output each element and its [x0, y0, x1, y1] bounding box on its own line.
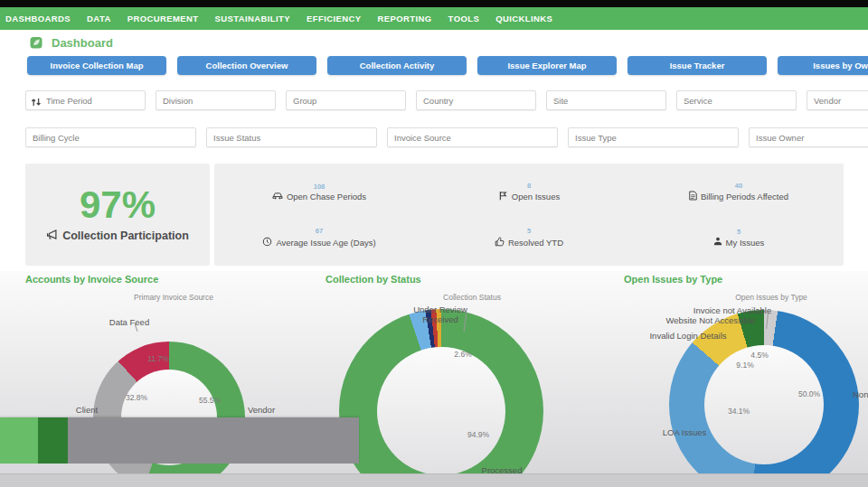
group-filter[interactable] — [286, 90, 406, 110]
slice-label-client: Client — [76, 405, 98, 415]
participation-value: 97% — [80, 186, 156, 224]
chart-open-issues-by-type: Open Issues by Type Open Issues by Type … — [597, 271, 868, 487]
slice-pct-client: 32.8% — [126, 393, 147, 402]
donut-collection-status[interactable] — [339, 309, 543, 487]
kpi-value: 108 — [272, 183, 366, 192]
donut-invoice-source[interactable] — [93, 342, 245, 487]
document-icon — [689, 191, 697, 202]
person-icon — [713, 237, 722, 248]
collection-overview-button[interactable]: Collection Overview — [177, 56, 316, 75]
kpi-resolved-ytd: 5 Resolved YTD — [495, 227, 563, 248]
flag-icon — [498, 191, 508, 202]
kpi-average-issue-age: 67 Average Issue Age (Days) — [262, 227, 375, 248]
chart-title: Collection by Status — [326, 274, 421, 285]
service-filter[interactable] — [676, 90, 797, 110]
chart-subtitle: Open Issues by Type — [735, 293, 807, 302]
issue-explorer-map-button[interactable]: Issue Explorer Map — [477, 56, 617, 75]
kpi-value: 8 — [498, 182, 560, 192]
slice-pct-invalid-login-details: 9.1% — [736, 361, 753, 370]
kpi-label: Average Issue Age (Days) — [276, 238, 375, 248]
dashboard-page: DASHBOARDS DATA PROCUREMENT SUSTAINABILI… — [0, 0, 868, 487]
sort-arrows-icon — [31, 95, 42, 106]
video-progress-bar[interactable] — [0, 417, 359, 464]
letterbox-strip — [0, 0, 868, 7]
slice-label-invoice-not-available: Invoice not Available — [693, 305, 771, 315]
dashboard-tabs: Invoice Collection Map Collection Overvi… — [27, 56, 868, 75]
kpi-value: 67 — [262, 227, 375, 237]
nav-item-dashboards[interactable]: DASHBOARDS — [5, 14, 71, 23]
slice-pct-vendor: 55.5% — [199, 396, 221, 405]
page-header: Dashboard — [0, 30, 868, 55]
slice-pct-website-not-accessible: 4.5% — [750, 351, 768, 360]
slice-label-invalid-login-details: Invalid Login Details — [649, 331, 726, 341]
kpi-label: Open Chase Periods — [287, 192, 366, 201]
main-nav: DASHBOARDS DATA PROCUREMENT SUSTAINABILI… — [0, 7, 868, 30]
filter-row-2 — [25, 127, 868, 147]
participation-label: Collection Participation — [62, 229, 189, 242]
slice-pct-loa-issues: 34.1% — [728, 407, 750, 416]
slice-pct-data-feed: 11.7% — [147, 354, 168, 363]
kpi-value: 5 — [713, 228, 765, 238]
issue-status-filter[interactable] — [206, 127, 377, 147]
megaphone-icon — [46, 229, 59, 243]
issues-by-owner-button[interactable]: Issues by Owner — [778, 56, 868, 75]
chart-title: Accounts by Invoice Source — [25, 274, 158, 285]
progress-played-segment — [0, 417, 38, 464]
issue-type-filter[interactable] — [568, 127, 739, 147]
nav-item-procurement[interactable]: PROCUREMENT — [127, 14, 199, 23]
country-filter[interactable] — [416, 90, 536, 110]
slice-label-non-response: Non R — [853, 389, 868, 399]
slice-label-received: Received — [422, 314, 458, 324]
slice-pct-processed: 94.9% — [467, 430, 489, 439]
slice-label-under-review: Under Review — [413, 304, 467, 314]
leaf-app-icon — [29, 35, 43, 50]
slice-pct-non-response: 50.0% — [798, 389, 820, 398]
chart-title: Open Issues by Type — [624, 274, 722, 285]
kpi-value: 5 — [495, 227, 563, 237]
nav-item-reporting[interactable]: REPORTING — [378, 14, 432, 23]
kpi-label: Billing Periods Affected — [701, 192, 788, 201]
invoice-collection-map-button[interactable]: Invoice Collection Map — [27, 56, 166, 75]
chart-subtitle: Primary Invoice Source — [134, 293, 213, 302]
time-period-filter[interactable] — [25, 90, 146, 110]
kpi-label: Resolved YTD — [508, 238, 563, 248]
car-icon — [272, 192, 283, 201]
collection-participation-card: 97% Collection Participation — [25, 164, 210, 266]
kpi-stats-card: 108 Open Chase Periods 8 Open Issues 40 … — [214, 164, 844, 266]
site-filter[interactable] — [546, 90, 666, 110]
nav-item-sustainability[interactable]: SUSTAINABILITY — [215, 14, 291, 23]
nav-item-data[interactable]: DATA — [87, 14, 111, 23]
kpi-open-chase-periods: 108 Open Chase Periods — [272, 183, 366, 202]
issue-tracker-button[interactable]: Issue Tracker — [627, 56, 767, 75]
clock-icon — [262, 237, 272, 248]
kpi-label: My Issues — [726, 238, 765, 248]
bottom-band — [0, 473, 868, 487]
slice-pct-received: 2.6% — [454, 350, 471, 359]
nav-item-efficiency[interactable]: EFFICIENCY — [307, 14, 361, 23]
billing-cycle-filter[interactable] — [25, 127, 196, 147]
kpi-open-issues: 8 Open Issues — [498, 182, 560, 203]
thumbs-up-icon — [495, 237, 505, 248]
slice-label-loa-issues: LOA Issues — [663, 427, 707, 437]
chart-subtitle: Collection Status — [443, 293, 501, 302]
division-filter[interactable] — [156, 90, 276, 110]
issue-owner-filter[interactable] — [749, 127, 868, 147]
kpi-my-issues: 5 My Issues — [713, 228, 765, 248]
vendor-filter[interactable] — [807, 90, 868, 110]
nav-item-quicklinks[interactable]: QUICKLINKS — [495, 14, 552, 23]
slice-label-vendor: Vendor — [248, 405, 275, 415]
slice-label-data-feed: Data Feed — [109, 317, 149, 327]
kpi-label: Open Issues — [512, 192, 560, 201]
kpi-billing-periods-affected: 40 Billing Periods Affected — [689, 182, 788, 203]
slice-label-website-not-accessible: Website Not Accessible — [665, 315, 755, 325]
nav-item-tools[interactable]: TOOLS — [448, 14, 480, 23]
collection-activity-button[interactable]: Collection Activity — [327, 56, 467, 75]
page-title: Dashboard — [52, 36, 113, 50]
kpi-value: 40 — [689, 182, 788, 192]
filter-row-1 — [25, 90, 868, 110]
progress-buffered-segment — [38, 417, 68, 464]
invoice-source-filter[interactable] — [387, 127, 558, 147]
